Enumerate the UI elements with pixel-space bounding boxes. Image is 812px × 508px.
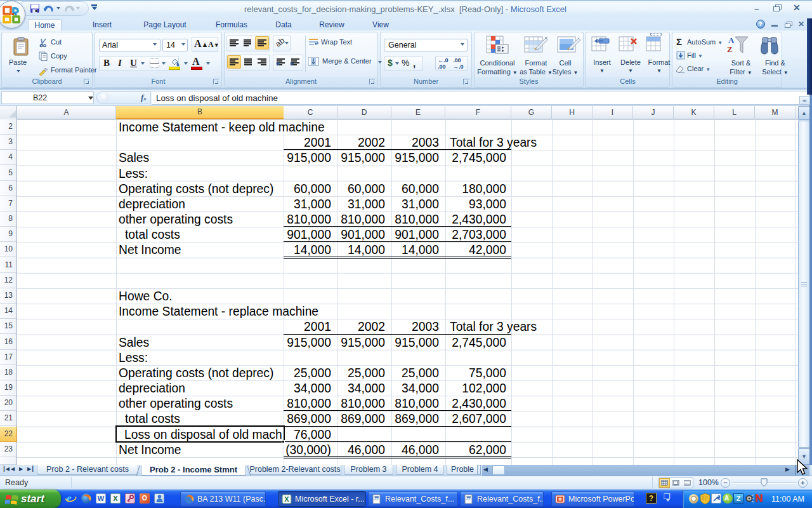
- svg-text:X: X: [284, 495, 289, 503]
- svg-text:e: e: [67, 492, 72, 504]
- svg-text:W: W: [466, 497, 471, 502]
- svg-text:W: W: [374, 497, 379, 502]
